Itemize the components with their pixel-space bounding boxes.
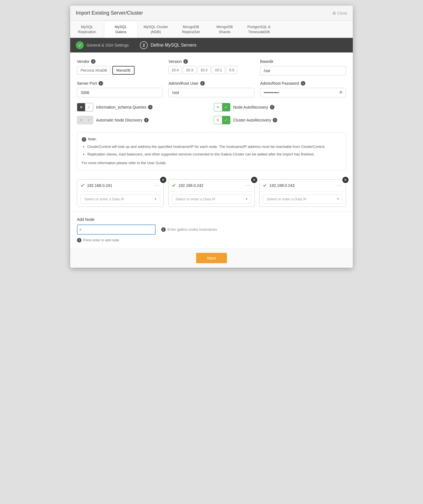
node-card-1: ✕ ✔ 192.168.0.241 ··· Select or enter a … <box>77 179 164 207</box>
admin-password-input[interactable] <box>260 88 346 97</box>
wizard-bar: ✓ General & SSH Settings 2 Define MySQL … <box>70 38 353 52</box>
tab-mongodb-replicaset[interactable]: MongoDB ReplicaSet <box>174 21 208 38</box>
node-2-more-btn[interactable]: ··· <box>245 182 251 188</box>
info-schema-info-icon[interactable]: i <box>148 105 153 109</box>
node-2-ip: 192.168.0.242 <box>178 183 243 188</box>
add-node-label: Add Node <box>77 217 346 222</box>
info-schema-label: information_schema Queries i <box>96 105 153 109</box>
info-schema-check-btn[interactable]: ✓ <box>85 103 93 111</box>
node-1-chevron-icon: ▾ <box>155 197 156 201</box>
vendor-buttons: Percona XtraDB MariaDB <box>77 66 163 75</box>
server-port-input[interactable] <box>77 88 163 97</box>
form-row-1: Vendor i Percona XtraDB MariaDB Version … <box>77 59 346 75</box>
node-autorecovery-info-icon[interactable]: i <box>270 105 274 109</box>
node-3-data-ip-select[interactable]: Select or enter a Data IP ▾ <box>263 194 342 204</box>
add-node-input-wrapper: ≡ <box>77 224 156 235</box>
cluster-autorecovery-toggle-group: ✕ ✓ Cluster AutoRecovery i <box>214 116 346 124</box>
auto-discovery-check-btn[interactable]: ✓ <box>85 116 93 124</box>
node-3-footer: Select or enter a Data IP ▾ <box>260 192 346 207</box>
admin-user-input[interactable] <box>169 88 254 97</box>
node-3-chevron-icon: ▾ <box>337 197 339 201</box>
auto-discovery-info-icon[interactable]: i <box>144 118 149 122</box>
admin-password-group: Admin/Root Password i 👁 <box>260 81 346 97</box>
node-2-close-btn[interactable]: ✕ <box>251 177 257 183</box>
admin-user-group: Admin/Root User i <box>169 81 254 97</box>
add-node-hint: i Enter galera nodes hostnames <box>161 224 217 232</box>
admin-password-info-icon[interactable]: i <box>301 81 305 86</box>
wizard-step-2: 2 Define MySQL Servers <box>140 41 196 49</box>
close-button[interactable]: ⊗ Close <box>332 10 347 16</box>
node-autorecovery-toggle-group: ✕ ✓ Node AutoRecovery i <box>214 103 346 111</box>
version-label: Version i <box>169 59 254 64</box>
cluster-autorecovery-toggle[interactable]: ✕ ✓ <box>214 116 230 124</box>
version-btn-102[interactable]: 10.2 <box>197 66 211 74</box>
note-bullet-1: ClusterControl will look up and address … <box>87 144 341 150</box>
server-port-info-icon[interactable]: i <box>99 81 103 86</box>
add-node-hint-icon: i <box>161 227 166 232</box>
step2-number: 2 <box>140 41 148 49</box>
node-1-close-btn[interactable]: ✕ <box>160 177 166 183</box>
tab-postgresql-timescaledb[interactable]: PostgreSQL & TimescaleDB <box>242 21 277 38</box>
add-node-row: ≡ i Press enter to add node i Enter gale… <box>77 224 346 242</box>
tab-mysql-cluster-ndb[interactable]: MySQL Cluster (NDB) <box>138 21 174 38</box>
toggle-row-1: ✕ ✓ information_schema Queries i ✕ ✓ Nod… <box>77 103 346 111</box>
auto-discovery-x-btn[interactable]: ✕ <box>77 116 85 124</box>
wizard-step-1: ✓ General & SSH Settings <box>76 41 129 49</box>
note-bullet-2: Replication slaves, load balancers, and … <box>87 152 341 157</box>
node-1-data-ip-select[interactable]: Select or enter a Data IP ▾ <box>81 194 160 204</box>
node-2-data-ip-placeholder: Select or enter a Data IP <box>176 197 215 201</box>
modal-header: Import Existing Server/Cluster ⊗ Close <box>70 6 353 21</box>
auto-node-discovery-toggle[interactable]: ✕ ✓ <box>77 116 93 124</box>
import-modal: Import Existing Server/Cluster ⊗ Close M… <box>70 6 353 268</box>
modal-title: Import Existing Server/Cluster <box>76 10 143 16</box>
node-autorecovery-x-btn[interactable]: ✕ <box>214 103 222 111</box>
admin-user-info-icon[interactable]: i <box>200 81 205 86</box>
node-1-more-btn[interactable]: ··· <box>154 182 160 188</box>
version-btn-104[interactable]: 10.4 <box>169 66 182 74</box>
version-group: Version i 10.4 10.3 10.2 10.1 5.5 <box>169 59 254 75</box>
node-3-status-icon: ✔ <box>263 182 267 189</box>
info-schema-toggle-group: ✕ ✓ information_schema Queries i <box>77 103 209 111</box>
node-2-data-ip-select[interactable]: Select or enter a Data IP ▾ <box>172 194 251 204</box>
cluster-autorecovery-check-btn[interactable]: ✓ <box>222 116 230 124</box>
tab-mysql-galera[interactable]: MySQL Galera <box>104 21 138 38</box>
press-enter-hint: i Press enter to add node <box>77 238 156 242</box>
form-section: Vendor i Percona XtraDB MariaDB Version … <box>70 52 353 132</box>
tab-bar: MySQL Replication MySQL Galera MySQL Clu… <box>70 21 353 38</box>
vendor-btn-percona[interactable]: Percona XtraDB <box>77 66 111 75</box>
add-node-input-col: ≡ i Press enter to add node <box>77 224 156 242</box>
basedir-input[interactable] <box>260 66 346 75</box>
node-1-ip: 192.168.0.241 <box>87 183 152 188</box>
vendor-btn-mariadb[interactable]: MariaDB <box>112 66 135 75</box>
node-card-3: ✕ ✔ 192.168.0.243 ··· Select or enter a … <box>259 179 346 207</box>
wizard-step2-label: Define MySQL Servers <box>151 43 196 48</box>
basedir-label: Basedir <box>260 59 346 64</box>
tab-mongodb-shards[interactable]: MongoDB Shards <box>208 21 242 38</box>
cluster-autorecovery-info-icon[interactable]: i <box>273 118 277 122</box>
version-btn-55[interactable]: 5.5 <box>226 66 237 74</box>
eye-icon[interactable]: 👁 <box>339 90 343 95</box>
version-info-icon[interactable]: i <box>183 59 188 64</box>
next-button[interactable]: Next <box>196 253 227 263</box>
node-3-more-btn[interactable]: ··· <box>336 182 342 188</box>
info-schema-x-btn[interactable]: ✕ <box>77 103 85 111</box>
add-node-input[interactable] <box>77 224 156 235</box>
vendor-label: Vendor i <box>77 59 163 64</box>
tab-mysql-replication[interactable]: MySQL Replication <box>70 21 104 38</box>
close-x-icon: ⊗ <box>332 10 336 16</box>
info-schema-toggle[interactable]: ✕ ✓ <box>77 103 93 111</box>
version-btn-101[interactable]: 10.1 <box>212 66 225 74</box>
note-info-icon: i <box>82 137 86 142</box>
node-3-close-btn[interactable]: ✕ <box>342 177 349 183</box>
admin-user-label: Admin/Root User i <box>169 81 254 86</box>
auto-node-discovery-label: Automatic Node Discovery i <box>96 118 149 122</box>
cluster-autorecovery-x-btn[interactable]: ✕ <box>214 116 222 124</box>
version-btn-103[interactable]: 10.3 <box>183 66 196 74</box>
node-2-footer: Select or enter a Data IP ▾ <box>169 192 255 207</box>
node-autorecovery-label: Node AutoRecovery i <box>233 105 274 109</box>
node-autorecovery-check-btn[interactable]: ✓ <box>222 103 230 111</box>
server-port-group: Server Port i <box>77 81 163 97</box>
node-autorecovery-toggle[interactable]: ✕ ✓ <box>214 103 230 111</box>
node-1-footer: Select or enter a Data IP ▾ <box>77 192 163 207</box>
vendor-info-icon[interactable]: i <box>91 59 95 64</box>
